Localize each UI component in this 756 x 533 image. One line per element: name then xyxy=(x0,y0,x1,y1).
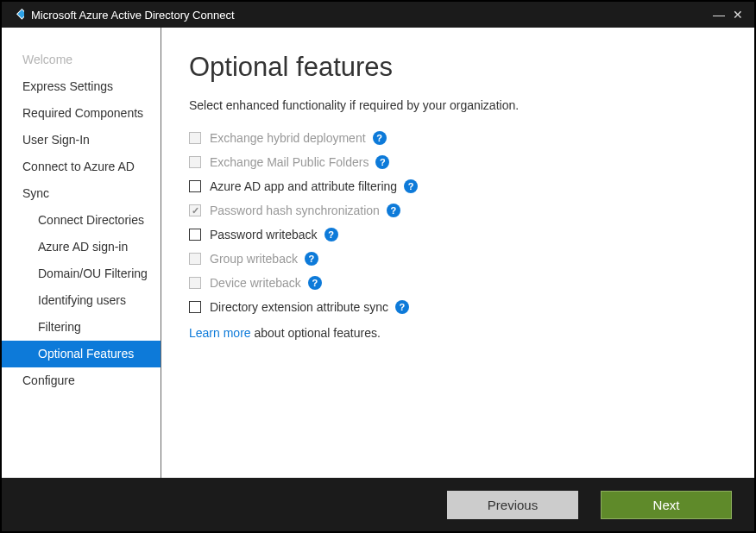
options-list: Exchange hybrid deployment?Exchange Mail… xyxy=(189,131,727,314)
previous-button[interactable]: Previous xyxy=(447,491,578,519)
sidebar-item[interactable]: Identifying users xyxy=(2,287,161,314)
page-heading: Optional features xyxy=(189,52,727,83)
help-icon[interactable]: ? xyxy=(324,228,338,241)
option-label: Directory extension attribute sync xyxy=(210,300,388,314)
sidebar-item[interactable]: Sync xyxy=(2,180,161,207)
option-label: Exchange Mail Public Folders xyxy=(210,155,369,169)
sidebar-item[interactable]: Express Settings xyxy=(2,73,161,100)
option-row: Device writeback? xyxy=(189,276,727,290)
option-checkbox[interactable] xyxy=(189,229,201,241)
option-row: Password writeback? xyxy=(189,228,727,241)
help-icon[interactable]: ? xyxy=(305,252,318,266)
titlebar: Microsoft Azure Active Directory Connect… xyxy=(2,2,754,28)
app-logo-icon xyxy=(9,7,24,22)
learn-more-link[interactable]: Learn more xyxy=(189,326,251,340)
option-row: Exchange Mail Public Folders? xyxy=(189,155,727,169)
sidebar-item[interactable]: Required Components xyxy=(2,100,161,127)
help-icon[interactable]: ? xyxy=(387,204,400,217)
option-checkbox xyxy=(189,156,201,168)
close-button[interactable]: ✕ xyxy=(728,8,747,22)
option-checkbox[interactable] xyxy=(189,301,201,313)
learn-more-line: Learn more about optional features. xyxy=(189,326,727,340)
sidebar-item[interactable]: User Sign-In xyxy=(2,127,161,154)
option-label: Exchange hybrid deployment xyxy=(210,131,366,145)
window-title: Microsoft Azure Active Directory Connect xyxy=(31,9,235,22)
option-checkbox xyxy=(189,132,201,144)
option-label: Group writeback xyxy=(210,252,298,266)
option-checkbox xyxy=(189,277,201,289)
option-label: Azure AD app and attribute filtering xyxy=(210,179,397,193)
body: WelcomeExpress SettingsRequired Componen… xyxy=(2,28,754,478)
option-row: Password hash synchronization? xyxy=(189,204,727,217)
help-icon[interactable]: ? xyxy=(404,179,418,193)
option-row: Group writeback? xyxy=(189,252,727,266)
help-icon[interactable]: ? xyxy=(395,300,409,314)
sidebar: WelcomeExpress SettingsRequired Componen… xyxy=(2,28,161,478)
sidebar-item[interactable]: Azure AD sign-in xyxy=(2,234,161,260)
sidebar-item[interactable]: Connect to Azure AD xyxy=(2,154,161,180)
content: Optional features Select enhanced functi… xyxy=(161,28,754,478)
option-checkbox xyxy=(189,253,201,265)
help-icon[interactable]: ? xyxy=(375,155,389,169)
sidebar-item[interactable]: Welcome xyxy=(2,47,161,73)
option-checkbox[interactable] xyxy=(189,180,201,192)
option-row: Exchange hybrid deployment? xyxy=(189,131,727,145)
sidebar-item[interactable]: Connect Directories xyxy=(2,207,161,234)
next-button[interactable]: Next xyxy=(601,491,732,519)
window: Microsoft Azure Active Directory Connect… xyxy=(0,0,756,533)
sidebar-item[interactable]: Configure xyxy=(2,367,161,394)
option-label: Password writeback xyxy=(210,228,318,241)
learn-more-text: about optional features. xyxy=(251,326,381,340)
option-label: Device writeback xyxy=(210,276,301,290)
help-icon[interactable]: ? xyxy=(373,131,387,145)
option-label: Password hash synchronization xyxy=(210,204,380,217)
svg-rect-0 xyxy=(17,9,24,19)
help-icon[interactable]: ? xyxy=(308,276,322,290)
footer: Previous Next xyxy=(2,478,754,531)
option-checkbox xyxy=(189,204,201,216)
option-row: Directory extension attribute sync? xyxy=(189,300,727,314)
sidebar-item[interactable]: Domain/OU Filtering xyxy=(2,260,161,287)
option-row: Azure AD app and attribute filtering? xyxy=(189,179,727,193)
sidebar-item[interactable]: Optional Features xyxy=(2,341,161,367)
minimize-button[interactable]: — xyxy=(709,8,728,22)
page-description: Select enhanced functionality if require… xyxy=(189,98,727,112)
sidebar-item[interactable]: Filtering xyxy=(2,314,161,341)
